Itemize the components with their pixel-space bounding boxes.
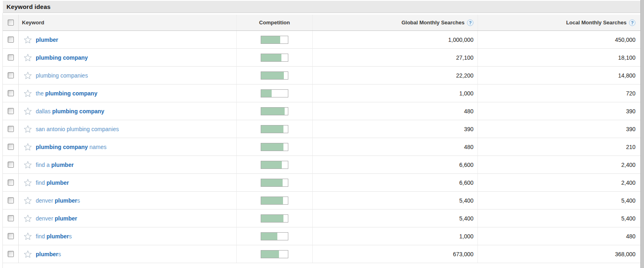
competition-cell [237,227,313,245]
star-icon[interactable] [24,71,32,79]
keyword-segment: plumber [51,162,73,168]
star-icon[interactable] [24,107,32,115]
local-searches-cell: 5,400 [478,210,640,227]
select-all-checkbox[interactable] [8,19,14,26]
keyword-cell: dallas plumbing company [19,102,237,120]
row-checkbox-cell [3,67,19,84]
keyword-tool-panel: Keyword ideas Keyword Competition Global… [0,0,644,268]
keyword-cell: find plumber [19,174,237,191]
competition-bar-fill [261,251,279,258]
row-checkbox[interactable] [8,197,14,203]
competition-bar-fill [261,179,283,186]
keyword-link[interactable]: denver plumber [36,215,77,222]
local-searches-value: 390 [626,108,635,115]
help-icon[interactable]: ? [629,19,635,26]
local-searches-value: 5,400 [621,197,635,204]
row-checkbox[interactable] [8,179,14,186]
competition-cell [237,120,313,138]
row-checkbox-cell [3,245,19,263]
competition-bar [261,143,288,151]
local-searches-value: 2,400 [621,162,635,168]
competition-bar-fill [261,108,285,115]
star-icon[interactable] [24,250,32,258]
table-row: san antonio plumbing companies 390 390 [3,120,640,138]
keyword-link[interactable]: plumbing company names [36,144,106,150]
star-icon[interactable] [24,36,32,43]
star-icon[interactable] [24,89,32,97]
table-row: denver plumbers 5,400 5,400 [3,192,640,210]
keyword-cell: plumber [19,31,237,48]
table-body: plumber 1,000,000 450,000 plumbing compa… [3,31,640,263]
row-checkbox-cell [3,156,19,173]
competition-bar [261,89,288,97]
keyword-link[interactable]: plumbing companies [36,72,88,79]
star-icon[interactable] [24,143,32,151]
keyword-link[interactable]: find plumbers [36,233,72,240]
column-header-global-searches[interactable]: Global Monthly Searches [402,19,465,26]
global-searches-value: 22,200 [456,72,473,79]
global-searches-cell: 480 [313,102,478,120]
row-checkbox[interactable] [8,108,14,114]
local-searches-cell: 720 [478,84,640,102]
global-searches-value: 6,600 [459,179,473,186]
row-checkbox[interactable] [8,54,14,61]
row-checkbox[interactable] [8,90,14,96]
keyword-cell: find plumbers [19,227,237,245]
header-competition-cell: Competition [237,15,313,30]
row-checkbox[interactable] [8,162,14,168]
competition-bar-fill [261,125,283,133]
row-checkbox[interactable] [8,126,14,132]
local-searches-value: 210 [626,144,635,150]
row-checkbox[interactable] [8,215,14,221]
help-icon[interactable]: ? [467,19,473,26]
keyword-link[interactable]: san antonio plumbing companies [36,126,119,132]
competition-bar-fill [261,143,283,151]
row-checkbox-cell [3,174,19,191]
keyword-link[interactable]: the plumbing company [36,90,97,97]
column-header-keyword[interactable]: Keyword [22,19,44,26]
keyword-link[interactable]: find plumber [36,179,69,186]
keyword-segment: s [58,251,61,257]
global-searches-cell: 673,000 [313,245,478,263]
keyword-link[interactable]: plumbers [36,251,61,257]
star-icon[interactable] [24,214,32,222]
scrollbar-track[interactable] [640,0,644,268]
row-checkbox[interactable] [8,251,14,257]
competition-bar [261,232,288,240]
keyword-link[interactable]: plumbing company [36,54,88,61]
keyword-link[interactable]: find a plumber [36,162,73,168]
competition-bar [261,36,288,44]
global-searches-cell: 1,000 [313,227,478,245]
keyword-cell: san antonio plumbing companies [19,120,237,138]
keyword-link[interactable]: denver plumbers [36,197,80,204]
local-searches-value: 2,400 [621,179,635,186]
star-icon[interactable] [24,54,32,61]
keyword-link[interactable]: plumber [36,37,58,43]
column-header-local-searches[interactable]: Local Monthly Searches [566,19,627,26]
header-local-cell: Local Monthly Searches ? [478,15,640,30]
local-searches-cell: 390 [478,120,640,138]
table-row: plumbing companies 22,200 14,800 [3,67,640,84]
row-checkbox[interactable] [8,37,14,43]
page-title: Keyword ideas [3,3,50,10]
local-searches-value: 5,400 [621,215,635,222]
keyword-cell: plumbers [19,245,237,263]
keyword-link[interactable]: dallas plumbing company [36,108,104,115]
keyword-segment: denver [36,197,55,204]
keyword-ideas-panel: Keyword ideas Keyword Competition Global… [3,0,640,263]
star-icon[interactable] [24,161,32,169]
global-searches-cell: 27,100 [313,49,478,66]
keyword-cell: plumbing companies [19,67,237,84]
local-searches-value: 14,800 [618,72,635,79]
row-checkbox[interactable] [8,72,14,78]
star-icon[interactable] [24,197,32,204]
local-searches-value: 368,000 [615,251,635,257]
competition-cell [237,67,313,84]
row-checkbox[interactable] [8,144,14,150]
star-icon[interactable] [24,179,32,186]
column-header-competition[interactable]: Competition [259,19,290,26]
keyword-segment: plumber [55,197,77,204]
star-icon[interactable] [24,125,32,133]
row-checkbox[interactable] [8,233,14,239]
star-icon[interactable] [24,232,32,240]
